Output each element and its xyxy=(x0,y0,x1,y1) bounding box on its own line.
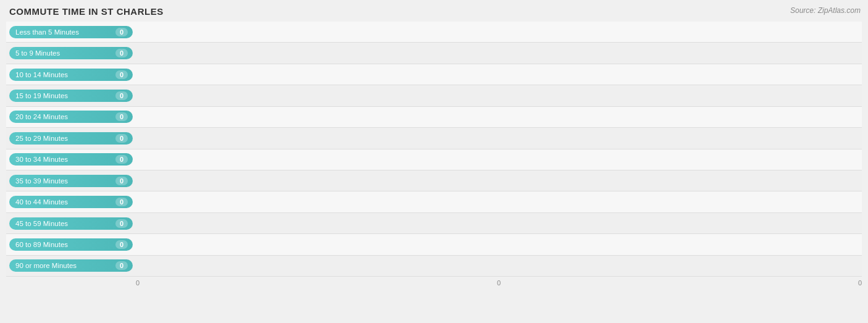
bar-value-badge: 0 xyxy=(115,112,128,121)
bar-track xyxy=(135,196,862,208)
bar-label-text: 10 to 14 Minutes xyxy=(15,71,68,78)
bar-row: 5 to 9 Minutes0 xyxy=(6,43,862,64)
bar-label-pill: 60 to 89 Minutes0 xyxy=(9,238,133,251)
bar-value-badge: 0 xyxy=(115,70,128,79)
bar-label-pill: 25 to 29 Minutes0 xyxy=(9,132,133,145)
bar-label-text: 60 to 89 Minutes xyxy=(15,241,68,248)
bar-label-pill: 45 to 59 Minutes0 xyxy=(9,217,133,230)
bar-track xyxy=(135,90,862,101)
bar-label-text: 15 to 19 Minutes xyxy=(15,92,68,99)
bar-label-pill: 40 to 44 Minutes0 xyxy=(9,196,133,208)
bar-row: 45 to 59 Minutes0 xyxy=(6,213,862,234)
bar-value-badge: 0 xyxy=(115,155,128,164)
chart-area: Less than 5 Minutes05 to 9 Minutes010 to… xyxy=(6,22,862,295)
bar-row: Less than 5 Minutes0 xyxy=(6,22,862,43)
bar-label-text: 25 to 29 Minutes xyxy=(15,135,68,142)
bar-track xyxy=(135,239,862,250)
x-axis-label-1: 0 xyxy=(497,279,501,287)
bar-value-badge: 0 xyxy=(115,240,128,249)
bar-label-text: 45 to 59 Minutes xyxy=(15,220,68,227)
bar-label-text: 90 or more Minutes xyxy=(15,262,77,269)
bar-label-text: 35 to 39 Minutes xyxy=(15,177,68,185)
bar-value-badge: 0 xyxy=(115,49,128,57)
bar-track xyxy=(135,69,862,80)
bar-value-badge: 0 xyxy=(115,219,128,228)
x-axis-label-2: 0 xyxy=(858,279,862,287)
bar-label-pill: 20 to 24 Minutes0 xyxy=(9,111,133,123)
bar-track xyxy=(135,154,862,165)
bar-label-text: 5 to 9 Minutes xyxy=(15,49,60,57)
bar-track xyxy=(135,112,862,123)
bar-label-text: Less than 5 Minutes xyxy=(15,28,79,36)
bar-row: 30 to 34 Minutes0 xyxy=(6,149,862,170)
bar-label-pill: 90 or more Minutes0 xyxy=(9,259,133,272)
bar-value-badge: 0 xyxy=(115,91,128,100)
bar-value-badge: 0 xyxy=(115,134,128,143)
bar-track xyxy=(135,27,862,38)
bar-label-text: 30 to 34 Minutes xyxy=(15,156,68,163)
bar-track xyxy=(135,133,862,144)
bar-label-pill: 5 to 9 Minutes0 xyxy=(9,47,133,59)
bars-wrapper: Less than 5 Minutes05 to 9 Minutes010 to… xyxy=(6,22,862,277)
bar-label-pill: 15 to 19 Minutes0 xyxy=(9,90,133,102)
bar-row: 10 to 14 Minutes0 xyxy=(6,64,862,85)
bar-value-badge: 0 xyxy=(115,177,128,185)
bar-label-text: 20 to 24 Minutes xyxy=(15,113,68,120)
bar-track xyxy=(135,48,862,59)
bar-row: 60 to 89 Minutes0 xyxy=(6,234,862,255)
bar-track xyxy=(135,261,862,272)
chart-title: COMMUTE TIME IN ST CHARLES xyxy=(6,6,862,17)
chart-container: COMMUTE TIME IN ST CHARLES Source: ZipAt… xyxy=(0,0,868,323)
bar-row: 40 to 44 Minutes0 xyxy=(6,191,862,212)
bar-value-badge: 0 xyxy=(115,198,128,206)
bar-label-pill: 30 to 34 Minutes0 xyxy=(9,153,133,166)
x-axis: 0 0 0 xyxy=(6,277,862,295)
bar-value-badge: 0 xyxy=(115,261,128,270)
x-axis-label-0: 0 xyxy=(136,279,140,287)
bar-value-badge: 0 xyxy=(115,28,128,36)
bar-label-pill: 35 to 39 Minutes0 xyxy=(9,175,133,187)
bar-row: 35 to 39 Minutes0 xyxy=(6,170,862,191)
bar-row: 25 to 29 Minutes0 xyxy=(6,128,862,149)
bar-track xyxy=(135,218,862,229)
bar-row: 15 to 19 Minutes0 xyxy=(6,85,862,106)
bar-label-pill: Less than 5 Minutes0 xyxy=(9,26,133,38)
source-label: Source: ZipAtlas.com xyxy=(790,6,861,15)
bar-label-text: 40 to 44 Minutes xyxy=(15,198,68,206)
bar-label-pill: 10 to 14 Minutes0 xyxy=(9,69,133,81)
bar-row: 20 to 24 Minutes0 xyxy=(6,107,862,128)
bar-track xyxy=(135,175,862,187)
bar-row: 90 or more Minutes0 xyxy=(6,256,862,277)
